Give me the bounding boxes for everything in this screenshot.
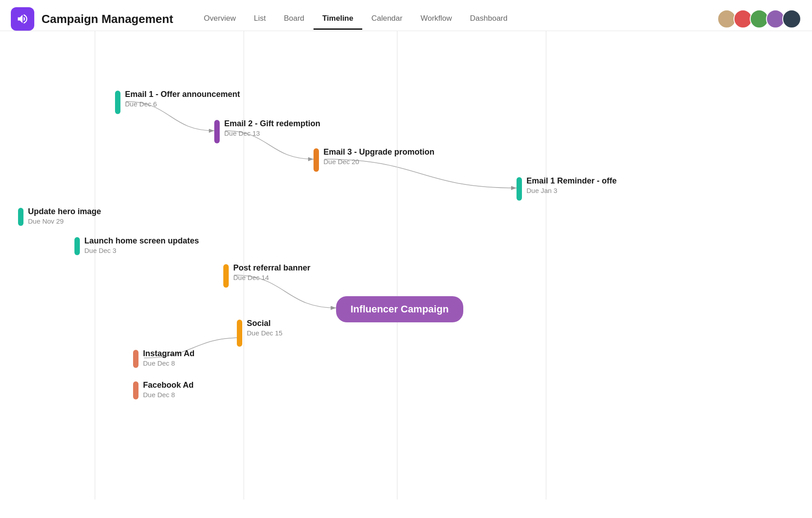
task-bar-postreferral [223, 264, 229, 288]
task-info-email1reminder: Email 1 Reminder - offeDue Jan 3 [526, 176, 617, 194]
task-name-postreferral: Post referral banner [233, 263, 310, 273]
task-name-email3: Email 3 - Upgrade promotion [323, 147, 434, 157]
nav-tab-workflow[interactable]: Workflow [411, 9, 461, 30]
task-bar-email3 [314, 148, 319, 172]
task-due-launchhome: Due Dec 3 [84, 247, 199, 254]
task-bar-social [237, 320, 242, 347]
task-bar-email1reminder [517, 177, 522, 201]
task-due-email2: Due Dec 13 [224, 129, 320, 137]
task-bar-facebookad [133, 381, 138, 399]
nav-tab-overview[interactable]: Overview [195, 9, 245, 30]
task-due-email1: Due Dec 6 [125, 100, 240, 108]
nav-tab-timeline[interactable]: Timeline [314, 9, 363, 30]
task-name-instagramad: Instagram Ad [143, 349, 194, 358]
nav-tab-calendar[interactable]: Calendar [362, 9, 411, 30]
task-item-launchhome[interactable]: Launch home screen updatesDue Dec 3 [74, 236, 199, 255]
task-item-email1reminder[interactable]: Email 1 Reminder - offeDue Jan 3 [517, 176, 617, 201]
megaphone-icon [16, 13, 29, 25]
col-line [95, 31, 95, 500]
task-name-facebookad: Facebook Ad [143, 380, 194, 390]
task-item-postreferral[interactable]: Post referral bannerDue Dec 14 [223, 263, 310, 288]
col-line [546, 31, 546, 500]
task-due-email3: Due Dec 20 [323, 158, 434, 165]
task-due-instagramad: Due Dec 8 [143, 359, 194, 367]
task-info-email1: Email 1 - Offer announcementDue Dec 6 [125, 90, 240, 108]
task-info-email2: Email 2 - Gift redemptionDue Dec 13 [224, 119, 320, 137]
task-info-social: SocialDue Dec 15 [247, 319, 282, 337]
col-line [397, 31, 397, 500]
task-info-facebookad: Facebook AdDue Dec 8 [143, 380, 194, 399]
task-name-updatehero: Update hero image [28, 207, 101, 216]
task-item-updatehero[interactable]: Update hero imageDue Nov 29 [18, 207, 101, 226]
task-bar-instagramad [133, 350, 138, 368]
nav-tab-dashboard[interactable]: Dashboard [461, 9, 517, 30]
timeline-content: Email 1 - Offer announcementDue Dec 6Ema… [0, 31, 812, 500]
task-due-email1reminder: Due Jan 3 [526, 187, 617, 194]
task-name-email1reminder: Email 1 Reminder - offe [526, 176, 617, 186]
task-due-social: Due Dec 15 [247, 329, 282, 337]
task-name-launchhome: Launch home screen updates [84, 236, 199, 246]
task-due-postreferral: Due Dec 14 [233, 274, 310, 281]
task-item-social[interactable]: SocialDue Dec 15 [237, 319, 282, 347]
task-item-email2[interactable]: Email 2 - Gift redemptionDue Dec 13 [214, 119, 320, 143]
task-item-facebookad[interactable]: Facebook AdDue Dec 8 [133, 380, 194, 399]
task-bar-email1 [115, 91, 120, 114]
app-title: Campaign Management [42, 12, 173, 26]
task-name-social: Social [247, 319, 282, 328]
influencer-campaign-pill[interactable]: Influencer Campaign [336, 296, 463, 322]
avatar-4 [782, 9, 801, 28]
task-info-instagramad: Instagram AdDue Dec 8 [143, 349, 194, 367]
task-bar-email2 [214, 120, 220, 143]
nav-tab-board[interactable]: Board [275, 9, 313, 30]
nav-tab-list[interactable]: List [245, 9, 275, 30]
task-info-email3: Email 3 - Upgrade promotionDue Dec 20 [323, 147, 434, 165]
task-name-email1: Email 1 - Offer announcement [125, 90, 240, 99]
nav-tabs: OverviewListBoardTimelineCalendarWorkflo… [195, 9, 717, 30]
task-bar-launchhome [74, 237, 80, 255]
task-due-facebookad: Due Dec 8 [143, 391, 194, 399]
header: Campaign Management OverviewListBoardTim… [0, 0, 812, 31]
task-item-email3[interactable]: Email 3 - Upgrade promotionDue Dec 20 [314, 147, 434, 172]
task-name-email2: Email 2 - Gift redemption [224, 119, 320, 128]
app-icon [11, 7, 34, 31]
task-item-email1[interactable]: Email 1 - Offer announcementDue Dec 6 [115, 90, 240, 114]
task-due-updatehero: Due Nov 29 [28, 217, 101, 225]
task-bar-updatehero [18, 208, 23, 226]
avatars-group [717, 9, 801, 28]
task-info-launchhome: Launch home screen updatesDue Dec 3 [84, 236, 199, 254]
task-info-updatehero: Update hero imageDue Nov 29 [28, 207, 101, 225]
task-item-instagramad[interactable]: Instagram AdDue Dec 8 [133, 349, 194, 368]
task-info-postreferral: Post referral bannerDue Dec 14 [233, 263, 310, 281]
